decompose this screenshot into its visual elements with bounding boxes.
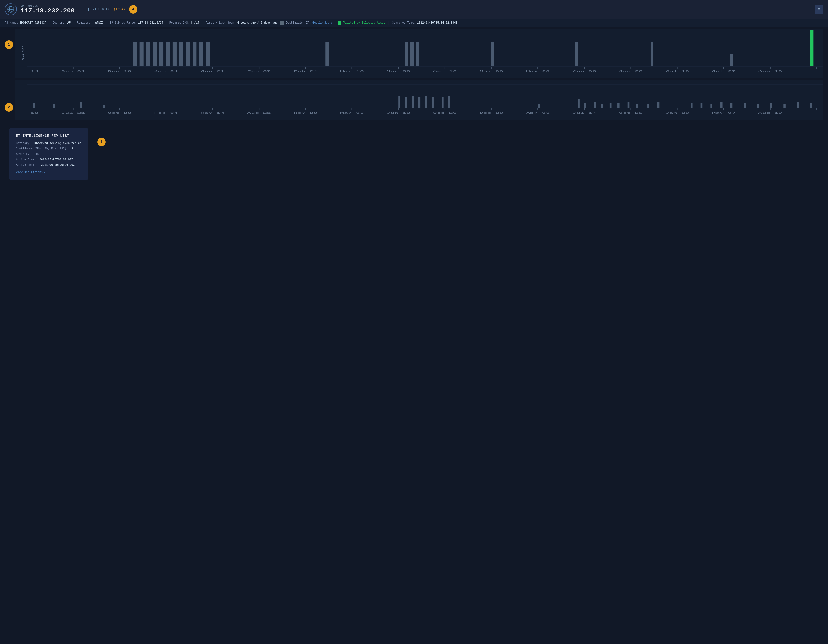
svg-rect-104 xyxy=(731,103,732,108)
svg-rect-78 xyxy=(53,104,55,108)
svg-text:Dec 28: Dec 28 xyxy=(479,112,503,115)
svg-text:Jul 10: Jul 10 xyxy=(665,70,689,72)
svg-text:Mar 30: Mar 30 xyxy=(386,70,410,72)
charts-container: 1 2 Prevalence xyxy=(0,27,828,120)
svg-rect-32 xyxy=(575,42,578,66)
active-from-line: Active from: 2018-05-25T00:00:00Z xyxy=(16,158,82,162)
svg-rect-99 xyxy=(657,102,660,108)
confidence-line: Confidence (Min: 20, Max: 127): 21 xyxy=(16,147,82,151)
ip-globe-icon: IP xyxy=(5,3,17,16)
vt-context-count: (1/94) xyxy=(114,8,125,11)
svg-rect-107 xyxy=(770,103,772,108)
svg-text:Apr 13: Apr 13 xyxy=(27,112,39,115)
view-definitions-link[interactable]: View Definitions ↗ xyxy=(16,171,45,174)
step1-bubble: 1 xyxy=(5,41,13,49)
svg-rect-15 xyxy=(133,42,137,66)
svg-text:May 03: May 03 xyxy=(479,70,503,72)
et-intel-card: ET INTELLIGENCE REP LIST Category: Obser… xyxy=(9,129,88,179)
svg-rect-84 xyxy=(419,97,420,108)
step3-container: 3 xyxy=(97,124,106,146)
svg-text:Mar 06: Mar 06 xyxy=(340,112,364,115)
svg-rect-21 xyxy=(173,42,177,66)
ip-address: 117.18.232.200 xyxy=(20,7,75,14)
rdns-label: Reverse DNS: xyxy=(169,21,190,25)
svg-rect-109 xyxy=(797,102,799,108)
as-name-value: EDGECAST (15133) xyxy=(20,21,46,25)
svg-text:Σ: Σ xyxy=(88,8,89,11)
registrar-label: Registrar: xyxy=(77,21,94,25)
country-label: Country: xyxy=(53,21,66,25)
severity-line: Severity: Low xyxy=(16,152,82,156)
svg-text:Aug 10: Aug 10 xyxy=(758,70,782,72)
svg-text:Mar 13: Mar 13 xyxy=(340,70,364,72)
subnet-value: 117.18.232.0/24 xyxy=(138,21,163,25)
active-until-value: 2021-06-30T00:00:00Z xyxy=(41,163,75,167)
svg-rect-33 xyxy=(651,42,653,66)
svg-text:Oct 28: Oct 28 xyxy=(108,112,132,115)
svg-rect-106 xyxy=(757,104,759,108)
header-ip-block: IP ADDRESS 117.18.232.200 xyxy=(20,5,75,14)
svg-text:IP: IP xyxy=(9,9,12,11)
header: IP IP ADDRESS 117.18.232.200 Σ VT CONTEX… xyxy=(0,0,828,19)
svg-text:Dec 18: Dec 18 xyxy=(108,70,132,72)
vt-context[interactable]: Σ VT CONTEXT (1/94) xyxy=(87,8,125,11)
svg-rect-110 xyxy=(810,103,812,108)
svg-text:Nov 14: Nov 14 xyxy=(27,70,39,72)
svg-rect-17 xyxy=(146,42,150,66)
svg-rect-101 xyxy=(701,103,703,108)
searched-label: Searched Time: xyxy=(392,21,416,25)
chart1: Prevalence 0 1 2 4 xyxy=(15,30,823,79)
svg-text:Jul 14: Jul 14 xyxy=(572,112,596,115)
svg-rect-92 xyxy=(594,102,596,108)
svg-text:Apr 16: Apr 16 xyxy=(433,70,457,72)
svg-rect-19 xyxy=(159,42,163,66)
visited-label: Visited by Selected Asset xyxy=(343,21,385,25)
svg-rect-30 xyxy=(416,42,419,66)
svg-rect-83 xyxy=(412,96,414,108)
svg-rect-82 xyxy=(405,97,407,108)
as-name-label: AS Name: xyxy=(5,21,18,25)
svg-rect-34 xyxy=(731,54,733,66)
svg-rect-102 xyxy=(710,104,712,108)
svg-rect-103 xyxy=(720,102,723,108)
svg-rect-16 xyxy=(140,42,144,66)
svg-rect-90 xyxy=(578,99,580,108)
svg-rect-88 xyxy=(448,96,450,108)
svg-rect-105 xyxy=(744,103,746,108)
step2-bubble: 2 xyxy=(5,103,13,112)
svg-text:Feb 04: Feb 04 xyxy=(154,112,178,115)
svg-text:Oct 21: Oct 21 xyxy=(619,112,643,115)
category-line: Category: Observed serving executables xyxy=(16,141,82,146)
chart1-y-label: Prevalence xyxy=(22,46,25,62)
svg-rect-91 xyxy=(584,103,586,108)
svg-rect-93 xyxy=(601,104,603,108)
svg-text:Jan 21: Jan 21 xyxy=(201,70,224,72)
svg-text:Jan 28: Jan 28 xyxy=(665,112,689,115)
svg-rect-79 xyxy=(80,102,82,108)
svg-rect-85 xyxy=(425,96,427,108)
country-value: AU xyxy=(67,21,71,25)
svg-text:Jun 13: Jun 13 xyxy=(386,112,410,115)
registrar-value: APNIC xyxy=(95,21,104,25)
rdns-value: [n/a] xyxy=(191,21,199,25)
svg-rect-27 xyxy=(325,42,329,66)
meta-bar: AS Name: EDGECAST (15133) Country: AU Re… xyxy=(0,19,828,27)
chart2-svg: 0 2 4 xyxy=(27,80,823,119)
vt-context-label: VT CONTEXT xyxy=(93,8,112,11)
svg-text:Sep 20: Sep 20 xyxy=(433,112,457,115)
svg-rect-18 xyxy=(153,42,157,66)
external-link-icon: ↗ xyxy=(44,171,45,174)
category-value: Observed serving executables xyxy=(34,142,82,145)
filter-button[interactable]: ≡ xyxy=(815,5,823,14)
svg-rect-31 xyxy=(491,42,494,66)
google-search-link[interactable]: Google Search xyxy=(312,21,334,25)
svg-text:Jun 23: Jun 23 xyxy=(619,70,643,72)
severity-value: Low xyxy=(34,152,39,156)
header-divider xyxy=(81,5,81,14)
svg-rect-23 xyxy=(186,42,190,66)
svg-rect-20 xyxy=(166,42,170,66)
svg-text:Dec 01: Dec 01 xyxy=(61,70,85,72)
active-until-line: Active until: 2021-06-30T00:00:00Z xyxy=(16,163,82,167)
chart2: 0 2 4 xyxy=(15,80,823,119)
svg-rect-28 xyxy=(405,42,408,66)
